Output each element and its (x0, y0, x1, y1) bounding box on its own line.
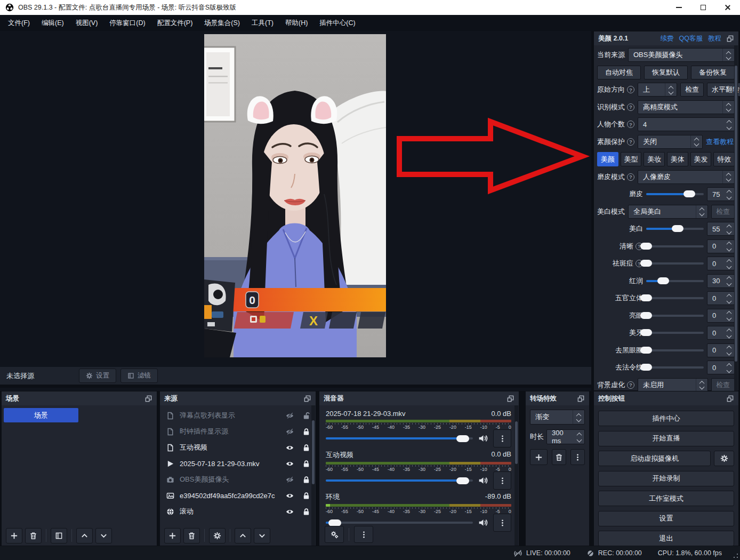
lock-icon[interactable] (302, 460, 310, 468)
bareface-protect-select[interactable]: 关闭 (638, 135, 703, 149)
add-source-button[interactable] (164, 528, 181, 543)
menu-edit[interactable]: 编辑(E) (36, 15, 70, 31)
preview-video[interactable]: 0 X (204, 34, 386, 357)
scene-filters-button[interactable] (51, 528, 67, 543)
smooth-value-spinner[interactable]: 75 (707, 187, 735, 201)
menu-scene-collection[interactable]: 场景集合(S) (198, 15, 246, 31)
start-virtual-camera-button[interactable]: 启动虚拟摄像机 (598, 451, 711, 466)
restore-default-button[interactable]: 恢复默认 (644, 66, 688, 79)
minimize-button[interactable] (666, 0, 691, 15)
lock-icon[interactable] (302, 492, 310, 500)
bright-eyes-slider[interactable] (646, 312, 704, 319)
orientation-select[interactable]: 上 (638, 83, 677, 97)
detect-mode-select[interactable]: 高精度模式 (638, 100, 735, 114)
source-settings-button[interactable]: 设置 (79, 369, 116, 383)
plugin-center-button[interactable]: 插件中心 (598, 411, 734, 426)
smooth-slider[interactable] (646, 190, 704, 198)
clarity-value-spinner[interactable]: 0 (707, 239, 735, 253)
blemish-slider[interactable] (646, 260, 704, 267)
qq-support-link[interactable]: QQ客服 (679, 34, 703, 43)
track-options-button[interactable] (493, 429, 511, 447)
settings-button[interactable]: 设置 (598, 511, 734, 526)
popout-icon[interactable] (577, 395, 585, 403)
menu-tools[interactable]: 工具(T) (246, 15, 279, 31)
help-icon[interactable]: ? (627, 86, 634, 93)
lock-open-icon[interactable] (302, 412, 310, 420)
bg-blur-select[interactable]: 未启用 (638, 378, 708, 392)
lock-icon[interactable] (302, 428, 310, 436)
help-icon[interactable]: ? (627, 103, 634, 111)
preview-area[interactable]: 0 X 未选择源 设置 滤镜 (0, 31, 591, 391)
close-button[interactable] (715, 0, 740, 15)
add-scene-button[interactable] (6, 528, 22, 543)
scene-list-item[interactable]: 场景 (4, 408, 78, 422)
rosy-value-spinner[interactable]: 30 (707, 274, 735, 288)
source-row[interactable]: 滚动 (160, 503, 316, 519)
eye-off-icon[interactable] (286, 412, 294, 420)
scene-down-button[interactable] (95, 528, 112, 543)
smile-lines-value-spinner[interactable]: 0 (707, 361, 735, 374)
view-tutorial-link[interactable]: 查看教程 (706, 137, 735, 147)
track-options-button[interactable] (493, 471, 511, 490)
studio-mode-button[interactable]: 工作室模式 (598, 491, 734, 506)
remove-scene-button[interactable] (25, 528, 42, 543)
menu-view[interactable]: 视图(V) (70, 15, 104, 31)
source-row[interactable]: e394502df49aa5fc2a99cd2e7c (160, 487, 316, 503)
virtual-camera-config-button[interactable] (714, 451, 734, 466)
current-source-select[interactable]: OBS美颜摄像头 (628, 48, 735, 62)
eye-icon[interactable] (286, 460, 294, 468)
menu-profile[interactable]: 配置文件(P) (151, 15, 199, 31)
remove-transition-button[interactable] (552, 449, 566, 465)
volume-slider[interactable] (326, 477, 473, 484)
help-icon[interactable]: ? (627, 381, 634, 389)
resize-grip[interactable] (733, 553, 738, 558)
duration-spinner[interactable]: 300 ms (546, 429, 585, 444)
source-row[interactable]: 互动视频 (160, 439, 316, 455)
whiten-slider[interactable] (646, 225, 704, 233)
beauty-scrollbar[interactable] (734, 45, 738, 395)
bg-blur-check-button[interactable]: 检查 (711, 378, 735, 392)
eye-icon[interactable] (286, 492, 294, 500)
tab-effects[interactable]: 特效 (713, 152, 735, 166)
speaker-icon[interactable] (478, 434, 488, 443)
advanced-audio-button[interactable] (325, 526, 344, 543)
source-up-button[interactable] (235, 528, 251, 543)
eye-off-icon[interactable] (286, 476, 294, 484)
tab-makeup[interactable]: 美妆 (644, 152, 665, 166)
lock-icon[interactable] (302, 476, 310, 484)
popout-icon[interactable] (726, 35, 734, 43)
white-mode-select[interactable]: 全局美白 (628, 205, 708, 219)
people-count-spinner[interactable]: 4 (638, 117, 735, 131)
eye-icon[interactable] (286, 444, 294, 452)
scene-up-button[interactable] (76, 528, 93, 543)
source-filters-button[interactable]: 滤镜 (120, 369, 158, 383)
autofocus-button[interactable]: 自动对焦 (597, 66, 641, 79)
teeth-value-spinner[interactable]: 0 (707, 326, 735, 340)
mixer-options-button[interactable] (354, 526, 373, 543)
exit-button[interactable]: 退出 (598, 531, 734, 546)
tab-beauty[interactable]: 美颜 (597, 152, 618, 166)
tab-shape[interactable]: 美型 (621, 152, 642, 166)
volume-slider[interactable] (326, 435, 473, 442)
contour-value-spinner[interactable]: 0 (707, 291, 735, 305)
menu-help[interactable]: 帮助(H) (279, 15, 313, 31)
rosy-slider[interactable] (646, 277, 704, 285)
source-properties-button[interactable] (209, 528, 226, 543)
lock-icon[interactable] (302, 444, 310, 452)
help-icon[interactable]: ? (627, 121, 634, 128)
bright-eyes-value-spinner[interactable]: 0 (707, 309, 735, 323)
tab-hair[interactable]: 美发 (690, 152, 712, 166)
contour-slider[interactable] (646, 294, 704, 302)
remove-source-button[interactable] (183, 528, 200, 543)
add-transition-button[interactable] (530, 449, 548, 465)
start-streaming-button[interactable]: 开始直播 (598, 431, 734, 446)
popout-icon[interactable] (303, 395, 311, 403)
tutorial-link[interactable]: 教程 (708, 34, 721, 43)
menu-docks[interactable]: 停靠窗口(D) (103, 15, 151, 31)
help-icon[interactable]: ? (627, 138, 634, 146)
renew-link[interactable]: 续费 (661, 34, 674, 43)
sources-scrollbar[interactable] (311, 405, 315, 546)
menu-plugin-center[interactable]: 插件中心(C) (313, 15, 361, 31)
dark-circles-value-spinner[interactable]: 0 (707, 343, 735, 357)
source-row[interactable]: 弹幕点歌列表显示 (160, 407, 316, 423)
